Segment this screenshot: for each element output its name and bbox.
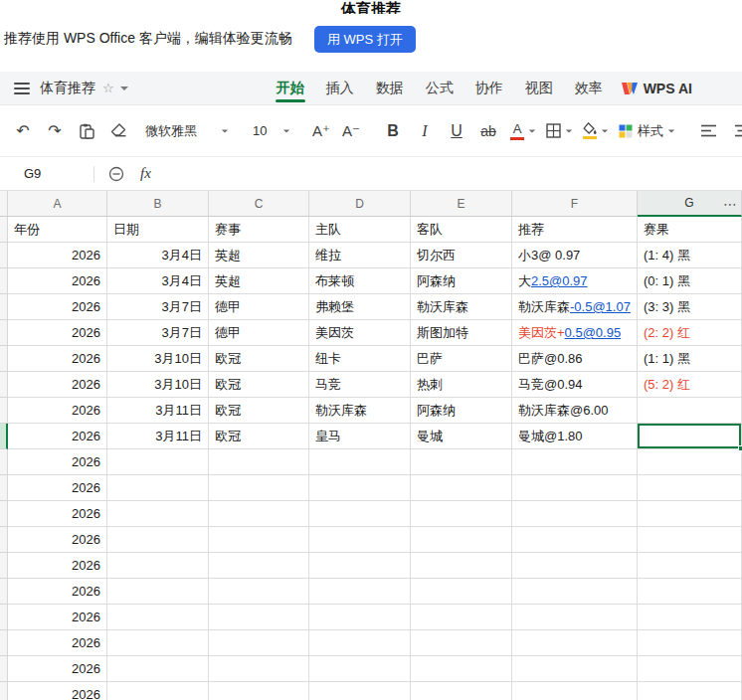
cell-result[interactable]: (2: 2) 红: [638, 320, 742, 346]
row-header[interactable]: [0, 372, 8, 398]
cell-tip[interactable]: 巴萨@0.86: [512, 346, 638, 372]
cell-event[interactable]: 欧冠: [209, 398, 309, 424]
redo-button[interactable]: ↷: [42, 116, 68, 146]
cell-away[interactable]: [411, 449, 512, 475]
cell-date[interactable]: [107, 475, 209, 501]
cell-home[interactable]: 纽卡: [309, 346, 411, 372]
cell-away[interactable]: [411, 656, 512, 682]
row-header[interactable]: [0, 656, 8, 682]
column-header-c[interactable]: C: [209, 191, 309, 217]
increase-font-button[interactable]: A⁺: [308, 116, 334, 146]
cell-year[interactable]: 2026: [8, 605, 107, 630]
column-header-f[interactable]: F: [512, 191, 638, 217]
cell-away[interactable]: 曼城: [411, 424, 512, 449]
font-size-dropdown[interactable]: 10: [247, 115, 296, 147]
cell-date[interactable]: 3月11日: [107, 424, 209, 449]
italic-button[interactable]: I: [412, 116, 438, 146]
cell-away[interactable]: [411, 630, 512, 656]
cell-home[interactable]: [309, 682, 411, 700]
cell-date[interactable]: [107, 553, 209, 579]
row-header[interactable]: [0, 553, 8, 579]
cell-event[interactable]: 英超: [209, 268, 309, 294]
cell-tip[interactable]: 勒沃库森-0.5@1.07: [512, 294, 638, 320]
row-header[interactable]: [0, 346, 8, 372]
cell-event[interactable]: 欧冠: [209, 346, 309, 372]
cell-away[interactable]: [411, 475, 512, 501]
cell-result[interactable]: (5: 2) 红: [638, 372, 742, 398]
clear-format-button[interactable]: [105, 116, 131, 146]
bold-button[interactable]: B: [380, 116, 406, 146]
cell-home[interactable]: 勒沃库森: [309, 398, 411, 424]
cell-styles-button[interactable]: 样式: [619, 116, 675, 146]
cell-home[interactable]: [309, 605, 411, 630]
cell-date[interactable]: [107, 682, 209, 700]
cell-home[interactable]: [309, 449, 411, 475]
cell-year[interactable]: 2026: [8, 501, 107, 527]
cell-date[interactable]: [107, 605, 209, 630]
cell-home[interactable]: [309, 475, 411, 501]
cell-year[interactable]: 2026: [8, 553, 107, 579]
cell-year[interactable]: 2026: [8, 656, 107, 682]
cell-event[interactable]: 德甲: [209, 294, 309, 320]
header-date[interactable]: 日期: [107, 217, 209, 243]
tab-formula[interactable]: 公式: [415, 72, 464, 104]
cell-event[interactable]: 德甲: [209, 320, 309, 346]
cell-tip[interactable]: 大2.5@0.97: [512, 268, 638, 294]
cell-result[interactable]: [638, 449, 742, 475]
cell-date[interactable]: [107, 630, 209, 656]
cell-result[interactable]: [638, 527, 742, 553]
cell-event[interactable]: [209, 501, 309, 527]
tab-collaborate[interactable]: 协作: [464, 72, 514, 104]
cell-tip[interactable]: 勒沃库森@6.00: [512, 398, 638, 424]
tab-data[interactable]: 数据: [365, 72, 415, 104]
cell-event[interactable]: [209, 449, 309, 475]
cell-date[interactable]: [107, 579, 209, 605]
tab-insert[interactable]: 插入: [315, 72, 365, 104]
cell-date[interactable]: 3月11日: [107, 398, 209, 424]
row-header[interactable]: [0, 579, 8, 605]
cell-event[interactable]: 欧冠: [209, 424, 309, 449]
cell-away[interactable]: [411, 527, 512, 553]
cell-tip[interactable]: [512, 449, 638, 475]
cell-date[interactable]: 3月7日: [107, 294, 209, 320]
cell-result[interactable]: (0: 1) 黑: [638, 268, 742, 294]
header-result[interactable]: 赛果: [638, 217, 742, 243]
cell-tip[interactable]: 美因茨+0.5@0.95: [512, 320, 638, 346]
cell-event[interactable]: [209, 553, 309, 579]
name-box[interactable]: G9: [24, 166, 86, 181]
row-header[interactable]: [0, 527, 8, 553]
cell-result[interactable]: [638, 630, 742, 656]
cell-away[interactable]: [411, 553, 512, 579]
row-header[interactable]: [0, 217, 8, 243]
cell-result[interactable]: [638, 501, 742, 527]
cell-tip[interactable]: [512, 630, 638, 656]
cell-away[interactable]: 热刺: [411, 372, 512, 398]
cell-result[interactable]: [638, 605, 742, 630]
cell-result[interactable]: [638, 656, 742, 682]
cell-away[interactable]: 阿森纳: [411, 398, 512, 424]
cell-date[interactable]: [107, 449, 209, 475]
cell-date[interactable]: [107, 501, 209, 527]
decrease-font-button[interactable]: A⁻: [338, 116, 364, 146]
cell-year[interactable]: 2026: [8, 682, 107, 700]
tab-home[interactable]: 开始: [266, 72, 315, 104]
cell-year[interactable]: 2026: [8, 449, 107, 475]
header-year[interactable]: 年份: [8, 217, 107, 243]
cell-away[interactable]: 阿森纳: [411, 268, 512, 294]
column-header-a[interactable]: A: [8, 191, 107, 217]
cell-year[interactable]: 2026: [8, 243, 107, 268]
cell-year[interactable]: 2026: [8, 630, 107, 656]
row-header[interactable]: [0, 682, 8, 700]
align-center-button[interactable]: [729, 116, 742, 146]
cell-date[interactable]: 3月4日: [107, 243, 209, 268]
tab-view[interactable]: 视图: [514, 72, 564, 104]
cell-home[interactable]: [309, 579, 411, 605]
row-header[interactable]: [0, 424, 8, 449]
cell-year[interactable]: 2026: [8, 475, 107, 501]
cell-tip[interactable]: [512, 605, 638, 630]
cell-year[interactable]: 2026: [8, 268, 107, 294]
row-header[interactable]: [0, 243, 8, 268]
cell-result[interactable]: [638, 424, 742, 449]
cell-result[interactable]: [638, 579, 742, 605]
font-color-button[interactable]: A: [510, 116, 536, 146]
